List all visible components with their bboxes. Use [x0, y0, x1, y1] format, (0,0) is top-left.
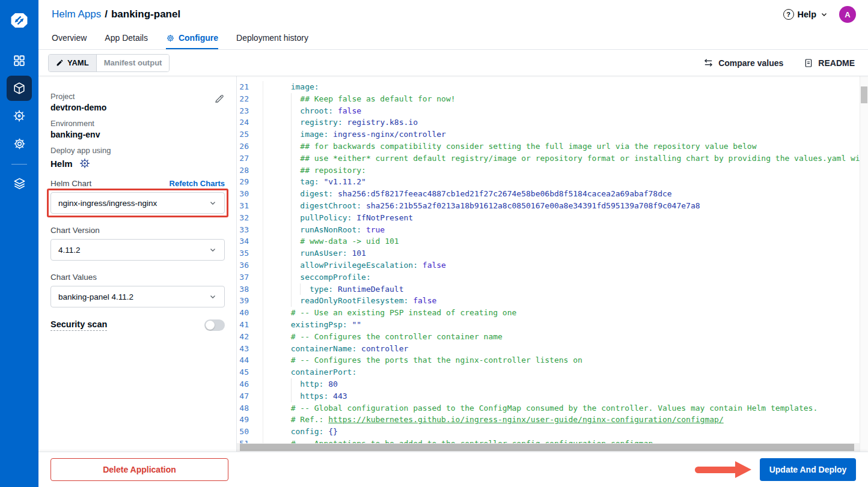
code-text: # -- Configures the controller container…	[263, 331, 503, 343]
line-number: 46	[237, 378, 263, 390]
sidebar-item-dashboard[interactable]	[7, 48, 32, 73]
delete-application-button[interactable]: Delete Application	[50, 458, 228, 481]
update-and-deploy-button[interactable]: Update And Deploy	[760, 458, 856, 481]
tab-overview-label: Overview	[52, 33, 87, 43]
code-text: ## for backwards compatibility consider …	[263, 141, 757, 153]
breadcrumb-app-name: banking-panel	[111, 8, 180, 20]
deploy-using-value: Helm	[50, 159, 73, 169]
chevron-down-icon	[820, 10, 828, 19]
indent-guide	[291, 283, 292, 295]
vertical-scrollbar-thumb[interactable]	[861, 86, 867, 103]
code-text: containerName: controller	[263, 343, 408, 355]
readme-button[interactable]: README	[804, 58, 855, 68]
indent-guide	[291, 390, 292, 402]
chart-version-select[interactable]: 4.11.2	[50, 239, 225, 261]
code-line[interactable]: 45 containerPort:	[237, 366, 868, 378]
code-text: # -- Configures the ports that the nginx…	[263, 354, 582, 366]
tab-deployment-history[interactable]: Deployment history	[236, 29, 308, 49]
code-line[interactable]: 21 image:	[237, 81, 868, 93]
line-number: 29	[237, 176, 263, 188]
code-line[interactable]: 44 # -- Configures the ports that the ng…	[237, 354, 868, 366]
code-line[interactable]: 39 readOnlyRootFilesystem: false	[237, 295, 868, 307]
code-line[interactable]: 41 existingPsp: ""	[237, 319, 868, 331]
code-text: digest: sha256:d5f8217feeac4887cb1ed21f2…	[263, 188, 672, 200]
helm-chart-select-wrap: nginx-ingress/ingress-nginx	[50, 192, 225, 214]
code-text: http: 80	[263, 378, 338, 390]
code-line[interactable]: 37 seccompProfile:	[237, 271, 868, 283]
code-line[interactable]: 27 ## use *either* current default regis…	[237, 153, 868, 165]
tab-configure[interactable]: Configure	[166, 29, 218, 49]
code-line[interactable]: 34 # www-data -> uid 101	[237, 235, 868, 247]
code-line[interactable]: 46 http: 80	[237, 378, 868, 390]
code-line[interactable]: 38 type: RuntimeDefault	[237, 283, 868, 295]
code-line[interactable]: 49 # Ref.: https://kubernetes.github.io/…	[237, 414, 868, 426]
breadcrumb-separator: /	[105, 8, 108, 20]
project-value: devtron-demo	[50, 103, 106, 112]
avatar[interactable]: A	[839, 6, 856, 23]
helm-chart-value: nginx-ingress/ingress-nginx	[58, 199, 157, 208]
indent-guide	[291, 200, 292, 212]
code-line[interactable]: 28 ## repository:	[237, 165, 868, 177]
code-line[interactable]: 42 # -- Configures the controller contai…	[237, 331, 868, 343]
code-line[interactable]: 24 registry: registry.k8s.io	[237, 116, 868, 129]
project-block: Project devtron-demo	[50, 92, 106, 119]
edit-pencil-icon[interactable]	[214, 93, 225, 104]
line-number: 40	[237, 307, 263, 319]
chevron-down-icon	[209, 292, 217, 301]
code-line[interactable]: 50 config: {}	[237, 426, 868, 438]
line-number: 23	[237, 105, 263, 117]
devtron-logo-icon	[9, 10, 29, 31]
sidebar-item-helm-charts[interactable]	[7, 103, 32, 129]
code-text: readOnlyRootFilesystem: false	[263, 295, 436, 307]
horizontal-scrollbar[interactable]	[237, 443, 860, 452]
code-line[interactable]: 29 tag: "v1.11.2"	[237, 176, 868, 188]
code-line[interactable]: 25 image: ingress-nginx/controller	[237, 129, 868, 141]
code-line[interactable]: 47 https: 443	[237, 390, 868, 402]
manifest-output-label: Manifest output	[104, 58, 162, 67]
code-line[interactable]: 26 ## for backwards compatibility consid…	[237, 141, 868, 153]
security-scan-toggle[interactable]	[204, 319, 225, 331]
chart-values-select[interactable]: banking-panel 4.11.2	[50, 286, 225, 307]
indent-guide	[291, 247, 292, 259]
refetch-charts-link[interactable]: Refetch Charts	[170, 179, 225, 188]
yaml-tab[interactable]: YAML	[49, 55, 96, 71]
annotation-arrow	[695, 461, 751, 478]
devtron-logo[interactable]	[6, 7, 32, 34]
code-line[interactable]: 32 pullPolicy: IfNotPresent	[237, 212, 868, 224]
helm-chart-select[interactable]: nginx-ingress/ingress-nginx	[50, 192, 225, 214]
code-line[interactable]: 22 ## Keep false as default for now!	[237, 93, 868, 105]
cube-icon	[13, 82, 26, 95]
sidebar-item-applications[interactable]	[7, 76, 32, 101]
indent-guide	[291, 153, 292, 165]
sidebar-item-stack[interactable]	[7, 171, 32, 196]
indent-guide	[291, 378, 292, 390]
help-menu[interactable]: ? Help	[783, 9, 828, 20]
code-line[interactable]: 23 chroot: false	[237, 105, 868, 117]
tab-overview[interactable]: Overview	[52, 29, 87, 49]
horizontal-scrollbar-thumb[interactable]	[240, 444, 854, 451]
compare-values-button[interactable]: Compare values	[703, 58, 783, 68]
line-number: 28	[237, 165, 263, 177]
code-line[interactable]: 43 containerName: controller	[237, 343, 868, 355]
vertical-scrollbar[interactable]	[860, 76, 868, 452]
code-line[interactable]: 31 digestChroot: sha256:21b55a2f0213a18b…	[237, 200, 868, 212]
manifest-output-tab[interactable]: Manifest output	[96, 55, 170, 71]
breadcrumb-helm-apps[interactable]: Helm Apps	[52, 8, 101, 20]
code-line[interactable]: 35 runAsUser: 101	[237, 247, 868, 259]
view-mode-switch: YAML Manifest output	[48, 54, 170, 72]
sidebar-item-settings[interactable]	[7, 131, 32, 156]
code-line[interactable]: 33 runAsNonRoot: true	[237, 224, 868, 236]
code-line[interactable]: 40 # -- Use an existing PSP instead of c…	[237, 307, 868, 319]
code-line[interactable]: 36 allowPrivilegeEscalation: false	[237, 259, 868, 271]
app-root: Helm Apps / banking-panel ? Help A Overv…	[0, 0, 868, 487]
chart-version-value: 4.11.2	[58, 246, 81, 255]
tab-bar: Overview App Details Configure Deploymen…	[38, 29, 868, 50]
footer-bar: Delete Application Update And Deploy	[38, 452, 868, 487]
code-line[interactable]: 48 # -- Global configuration passed to t…	[237, 402, 868, 414]
gear-icon	[13, 137, 26, 151]
indent-guide	[291, 116, 292, 129]
code-line[interactable]: 30 digest: sha256:d5f8217feeac4887cb1ed2…	[237, 188, 868, 200]
tab-app-details[interactable]: App Details	[105, 29, 148, 49]
yaml-editor[interactable]: 21 image:22 ## Keep false as default for…	[237, 76, 868, 452]
code-text: https: 443	[263, 390, 347, 402]
